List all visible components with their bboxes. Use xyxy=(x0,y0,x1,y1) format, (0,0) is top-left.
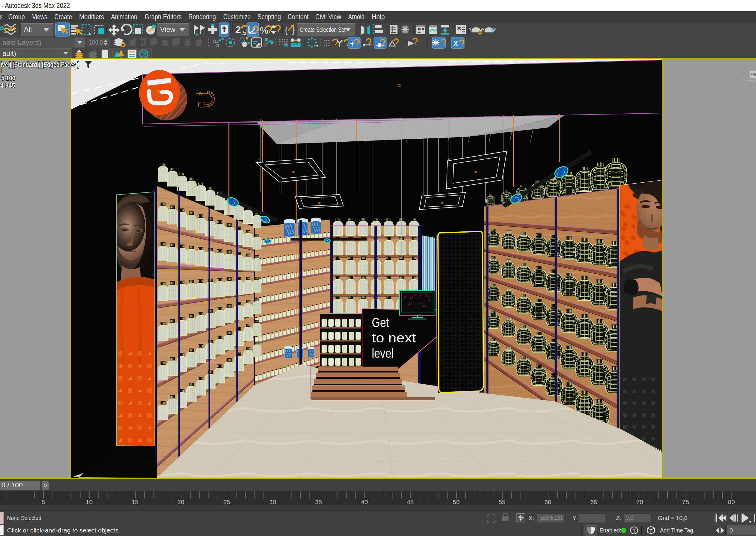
svg-text:Scripting: Scripting xyxy=(258,13,281,21)
svg-text:X: X xyxy=(453,40,458,48)
svg-text:30: 30 xyxy=(269,498,276,505)
svg-text:1: 1 xyxy=(633,527,636,534)
svg-text:Create Selection Set: Create Selection Set xyxy=(300,26,346,33)
svg-text:Arnold: Arnold xyxy=(348,13,364,21)
svg-text:Modifiers: Modifiers xyxy=(79,13,104,21)
svg-text:100,0: 100,0 xyxy=(89,39,103,46)
svg-text:-58348,281: -58348,281 xyxy=(539,515,563,521)
svg-text:to next: to next xyxy=(372,331,416,345)
svg-text:?: ? xyxy=(142,50,147,58)
svg-text:60: 60 xyxy=(545,498,551,505)
svg-text:A: A xyxy=(284,42,288,49)
svg-text:Group: Group xyxy=(8,13,25,21)
svg-text:5: 5 xyxy=(42,498,45,505)
svg-text:0: 0 xyxy=(729,527,733,534)
svg-text:45: 45 xyxy=(407,498,414,505)
svg-text:ault): ault) xyxy=(2,49,16,57)
svg-text:Add Time Tag: Add Time Tag xyxy=(660,527,693,534)
svg-text:Get: Get xyxy=(372,315,389,330)
svg-text:Customize: Customize xyxy=(223,13,251,21)
svg-text:20: 20 xyxy=(178,498,184,505)
svg-text:35: 35 xyxy=(315,498,322,505)
svg-text:Content: Content xyxy=(288,13,309,21)
svg-text:0,0: 0,0 xyxy=(626,515,634,521)
svg-text:+: + xyxy=(195,32,198,37)
svg-text:Grid = 10,0: Grid = 10,0 xyxy=(658,515,687,521)
svg-text:70: 70 xyxy=(636,498,643,505)
svg-text:15: 15 xyxy=(132,498,139,505)
svg-text:65: 65 xyxy=(590,498,597,505)
svg-text:level: level xyxy=(372,346,394,360)
svg-text:l: l xyxy=(0,67,2,74)
svg-text:able Layers): able Layers) xyxy=(2,38,41,46)
svg-text:Rendering: Rendering xyxy=(189,13,216,21)
svg-text:Enabled:: Enabled: xyxy=(600,527,621,534)
svg-text:Graph Editors: Graph Editors xyxy=(145,13,182,21)
svg-text:Views: Views xyxy=(32,13,47,21)
svg-text:10: 10 xyxy=(86,498,92,505)
svg-text:None Selected: None Selected xyxy=(7,515,41,521)
svg-text:Help: Help xyxy=(372,13,385,21)
svg-text:25: 25 xyxy=(223,498,230,505)
svg-text:50: 50 xyxy=(453,498,460,505)
svg-text:Civil View: Civil View xyxy=(315,13,341,21)
svg-text:75: 75 xyxy=(682,498,689,505)
svg-text:2: 2 xyxy=(235,24,241,35)
svg-text:All: All xyxy=(24,25,32,33)
svg-text:Y:: Y: xyxy=(572,515,578,521)
svg-text:Animation: Animation xyxy=(111,13,137,21)
svg-text:- Autodesk 3ds Max 2022: - Autodesk 3ds Max 2022 xyxy=(1,1,70,10)
svg-text:Click or click-and-drag to sel: Click or click-and-drag to select object… xyxy=(7,527,119,534)
svg-text:s: s xyxy=(0,13,2,21)
svg-text:4 945: 4 945 xyxy=(0,82,15,89)
svg-text:{: { xyxy=(285,25,288,35)
svg-text:80: 80 xyxy=(728,498,735,505)
svg-text:5 100: 5 100 xyxy=(1,74,16,82)
svg-text:40: 40 xyxy=(361,498,368,505)
svg-text:Z:: Z: xyxy=(616,515,622,521)
svg-text:ive ] [Standard ] [Edged Fac: ive ] [Standard ] [Edged Faces ] xyxy=(1,61,79,68)
svg-text:0 / 100: 0 / 100 xyxy=(1,482,23,489)
svg-text:55: 55 xyxy=(498,498,505,505)
svg-text:View: View xyxy=(160,25,175,33)
svg-text:>: > xyxy=(44,482,47,489)
svg-text:X:: X: xyxy=(529,515,534,521)
svg-text:Create: Create xyxy=(54,13,72,21)
svg-text:FRO: FRO xyxy=(750,73,756,77)
